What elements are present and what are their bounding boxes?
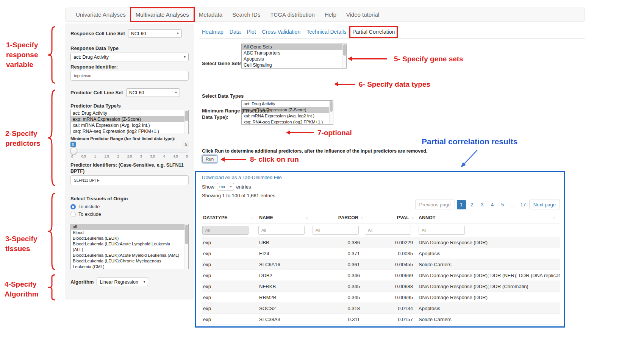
nav-tcga-distribution[interactable]: TCGA distribution (265, 8, 320, 21)
sort-icon[interactable]: ↑↓ (411, 215, 414, 220)
column-header-name[interactable]: NAME↑↓ (258, 215, 313, 220)
entries-per-page-select[interactable]: 100 ▾ (217, 183, 234, 190)
filter-name-input[interactable] (258, 226, 305, 235)
filter-parcor-input[interactable] (313, 226, 359, 235)
filter-datatype-input[interactable] (202, 226, 249, 235)
tab-heatmap[interactable]: Heatmap (202, 29, 224, 35)
scrollbar[interactable] (342, 44, 346, 68)
next-page-button[interactable]: Next page (529, 200, 560, 209)
sort-icon[interactable]: ↑↓ (361, 215, 363, 220)
response-cell-line-set-field: Response Cell Line Set NCI-60 ▾ (70, 29, 189, 38)
predictor-cell-line-set-select[interactable]: NCI-60 ▾ (126, 88, 180, 97)
list-option[interactable]: xai: mRNA Expression (Avg. log2 Int.) (71, 122, 188, 128)
table-row[interactable]: exp UBB 0.386 0.00229 DNA Damage Respons… (202, 237, 560, 248)
page: Univariate Analyses Multivariate Analyse… (0, 0, 644, 362)
cell-pval: 0.00695 (365, 295, 416, 300)
page-button-2[interactable]: 2 (468, 200, 476, 209)
min-predictor-range-slider[interactable]: 0 5 0 0.5 1 1.5 2 2.5 3 3.5 4 4.5 5 (70, 142, 189, 159)
filter-annot-input[interactable] (419, 226, 465, 235)
pagination-ellipsis: … (509, 200, 517, 209)
list-option[interactable]: Blood:Leukemia (LEUK):Acute Lymphoid Leu… (71, 241, 188, 253)
table-row[interactable]: exp DDB2 0.346 0.00669 DNA Damage Respon… (202, 270, 560, 281)
nav-video-tutorial[interactable]: Video tutorial (341, 8, 384, 21)
tab-plot[interactable]: Plot (247, 29, 256, 35)
slider-handle[interactable] (70, 147, 77, 154)
tab-partial-correlation[interactable]: Partial Correlation (352, 29, 395, 35)
table-row[interactable]: exp NFRKB 0.345 0.00688 DNA Damage Respo… (202, 281, 560, 292)
cell-datatype: exp (202, 317, 258, 322)
list-option[interactable]: ABC Transporters (242, 50, 346, 56)
algorithm-select[interactable]: Linear Regression ▾ (97, 278, 148, 286)
list-option[interactable]: Cell Signaling (242, 62, 346, 68)
radio-unchecked-icon[interactable] (70, 212, 76, 217)
cell-pval: 0.0035 (365, 251, 416, 256)
run-button[interactable]: Run (202, 155, 217, 163)
cell-parcor: 0.345 (313, 284, 365, 289)
scrollbar-thumb[interactable] (343, 44, 346, 56)
nav-multivariate-analyses[interactable]: Multivariate Analyses (131, 8, 194, 21)
page-button-3[interactable]: 3 (478, 200, 486, 209)
select-value: NCI-60 (131, 31, 146, 36)
list-option[interactable]: Apoptosis (242, 56, 346, 62)
scrollbar[interactable] (329, 101, 333, 124)
predictor-identifiers-input[interactable] (70, 175, 189, 185)
nav-metadata[interactable]: Metadata (194, 8, 228, 21)
list-option-selected[interactable]: all (71, 224, 188, 230)
list-option[interactable]: Blood:Leukemia (LEUK) (71, 236, 188, 241)
radio-to-include[interactable]: To include (70, 204, 189, 209)
page-button-4[interactable]: 4 (488, 200, 497, 209)
list-option[interactable]: Blood:Leukemia (LEUK):Acute Myeloid Leuk… (71, 253, 188, 258)
response-data-type-select[interactable]: act: Drug Activity ▾ (70, 53, 189, 61)
table-row[interactable]: exp SLC6A16 0.361 0.00455 Solute Carrier… (202, 259, 560, 270)
page-button-5[interactable]: 5 (499, 200, 507, 209)
nav-univariate-analyses[interactable]: Univariate Analyses (71, 8, 131, 21)
list-option-selected[interactable]: exp: mRNA Expression (Z-Score) (71, 116, 188, 122)
sort-icon[interactable]: ↑↓ (305, 215, 308, 220)
scrollbar-thumb[interactable] (330, 101, 333, 112)
list-option[interactable]: Blood (71, 230, 188, 236)
table-row[interactable]: exp RRM2B 0.345 0.00695 DNA Damage Respo… (202, 292, 560, 303)
tab-data[interactable]: Data (230, 29, 241, 35)
scrollbar-thumb[interactable] (185, 111, 188, 121)
gene-sets-label: Select Gene Sets (202, 61, 242, 66)
list-option[interactable]: act: Drug Activity (242, 101, 333, 107)
page-button-1[interactable]: 1 (457, 200, 466, 209)
radio-label: To include (78, 204, 100, 209)
response-cell-line-set-select[interactable]: NCI-60 ▾ (128, 29, 182, 38)
list-option[interactable]: xsq: RNA-seq Expression (log2 FPKM+1.) (71, 128, 188, 134)
tab-cross-validation[interactable]: Cross-Validation (262, 29, 301, 35)
table-row[interactable]: exp EI24 0.371 0.0035 Apoptosis (202, 248, 560, 259)
predictor-data-types-listbox[interactable]: act: Drug Activity exp: mRNA Expression … (70, 110, 189, 134)
column-header-datatype[interactable]: DATATYPE↑↓ (202, 215, 258, 220)
tissue-listbox[interactable]: all Blood Blood:Leukemia (LEUK) Blood:Le… (70, 224, 189, 269)
filter-pval-input[interactable] (365, 226, 411, 235)
slider-tick-labels: 0 0.5 1 1.5 2 2.5 3 3.5 4 4.5 5 (71, 154, 188, 158)
table-row[interactable]: exp SOCS2 0.318 0.0134 Apoptosis (202, 303, 560, 314)
response-identifier-input[interactable] (70, 71, 189, 81)
predictor-identifiers-label: Predictor Identifiers: (Case-Sensitive, … (70, 162, 189, 174)
gene-sets-listbox[interactable]: All Gene Sets ABC Transporters Apoptosis… (241, 44, 347, 69)
radio-checked-icon[interactable] (70, 204, 76, 209)
sort-icon[interactable]: ↑↓ (553, 215, 555, 220)
list-option-selected[interactable]: All Gene Sets (242, 44, 346, 50)
download-link[interactable]: Download All as a Tab-Delimited File (202, 175, 282, 180)
page-button-17[interactable]: 17 (519, 200, 527, 209)
radio-to-exclude[interactable]: To exclude (70, 212, 189, 217)
scrollbar[interactable] (184, 224, 188, 269)
sort-icon[interactable]: ↑↓ (251, 215, 253, 220)
tab-technical-details[interactable]: Technical Details (306, 29, 346, 35)
scrollbar[interactable] (184, 110, 188, 134)
column-header-parcor[interactable]: PARCOR↑↓ (313, 215, 365, 220)
bracket-step2 (45, 87, 55, 189)
cell-parcor: 0.345 (313, 295, 365, 300)
table-row[interactable]: exp SLC38A3 0.311 0.0157 Solute Carriers (202, 314, 560, 325)
column-header-pval[interactable]: PVAL↑↓ (365, 215, 416, 220)
column-header-annot[interactable]: ANNOT↑↓ (416, 215, 560, 220)
scrollbar-thumb[interactable] (185, 225, 188, 244)
nav-help[interactable]: Help (320, 8, 341, 21)
list-option[interactable]: Blood:Leukemia (LEUK):Chronic Myelogenou… (71, 258, 188, 269)
list-option[interactable]: act: Drug Activity (71, 110, 188, 116)
nav-search-ids[interactable]: Search IDs (227, 8, 265, 21)
slider-track[interactable] (70, 150, 189, 153)
previous-page-button[interactable]: Previous page (415, 200, 455, 209)
